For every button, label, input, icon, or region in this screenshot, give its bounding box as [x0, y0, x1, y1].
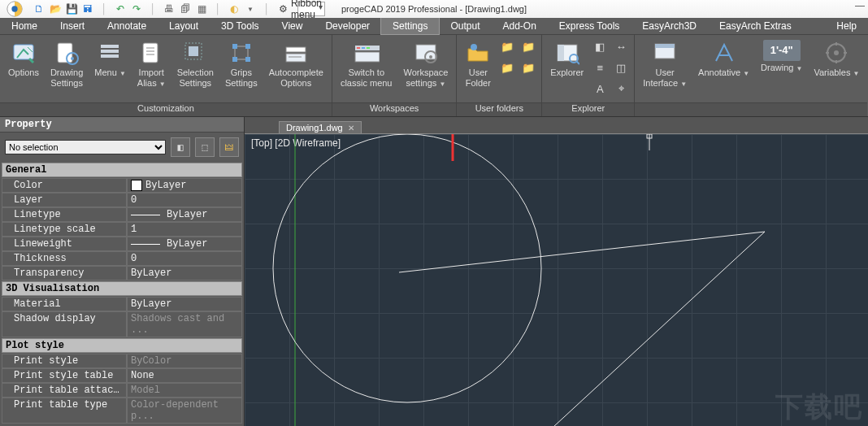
- prop-section[interactable]: Plot style: [2, 338, 242, 353]
- prop-value[interactable]: 0: [127, 251, 242, 266]
- menu-developer[interactable]: Developer: [314, 18, 381, 34]
- prop-row[interactable]: Shadow displayShadows cast and ...: [2, 311, 242, 337]
- prop-value[interactable]: Color-dependent p...: [127, 398, 242, 424]
- prop-value[interactable]: 0: [127, 193, 242, 207]
- prop-row[interactable]: Print style tableNone: [2, 368, 242, 383]
- menu-annotate[interactable]: Annotate: [96, 18, 158, 34]
- import-alias-button[interactable]: Import Alias ▼: [134, 38, 169, 89]
- small-folder-icon[interactable]: 📁: [499, 59, 515, 76]
- drawing-scale-button[interactable]: 1'-4"Drawing ▼: [757, 38, 805, 75]
- prop-value[interactable]: ByLayer: [127, 297, 242, 311]
- qat-preview-icon[interactable]: 🗐: [179, 2, 192, 15]
- menu-easyarchextras[interactable]: EasyArch Extras: [708, 18, 803, 34]
- prop-value[interactable]: ByLayer: [127, 266, 242, 280]
- small-ucs-icon[interactable]: ⌖: [613, 80, 629, 97]
- document-tab[interactable]: Drawing1.dwg✕: [279, 121, 362, 133]
- options-button[interactable]: Options: [5, 38, 42, 80]
- menu-settings[interactable]: Settings: [381, 18, 439, 34]
- prop-row[interactable]: Linetype scale1: [2, 222, 242, 237]
- drawing-settings-button[interactable]: Drawing Settings: [47, 38, 86, 89]
- filter-icon[interactable]: 🜲: [219, 137, 239, 157]
- prop-key: Print style: [2, 354, 127, 368]
- user-interface-button[interactable]: User Interface ▼: [640, 38, 690, 89]
- qat-undo-icon[interactable]: ↶: [114, 2, 127, 15]
- qat-redo-icon[interactable]: ↷: [130, 2, 143, 15]
- small-textstyle-icon[interactable]: A: [592, 80, 608, 97]
- prop-row[interactable]: Print table attac…Model: [2, 383, 242, 398]
- menu-home[interactable]: Home: [0, 18, 49, 34]
- menu-view[interactable]: View: [271, 18, 315, 34]
- prop-row[interactable]: LinetypeByLayer: [2, 207, 242, 222]
- selection-dropdown[interactable]: No selection: [5, 140, 166, 154]
- prop-value[interactable]: None: [127, 368, 242, 383]
- menu-layout[interactable]: Layout: [158, 18, 210, 34]
- small-folder-icon[interactable]: 📁: [520, 59, 536, 76]
- menu-bar: Home Insert Annotate Layout 3D Tools Vie…: [0, 18, 868, 35]
- quickselect-icon[interactable]: ◧: [171, 137, 190, 157]
- svg-point-31: [471, 44, 477, 50]
- menu-output[interactable]: Output: [439, 18, 491, 34]
- autocomplete-options-button[interactable]: Autocomplete Options: [266, 38, 327, 89]
- menu-insert[interactable]: Insert: [49, 18, 96, 34]
- pickobj-icon[interactable]: ⬚: [195, 137, 215, 157]
- grips-settings-label: Grips Settings: [225, 67, 258, 88]
- prop-value[interactable]: Model: [127, 383, 242, 398]
- selection-settings-button[interactable]: Selection Settings: [174, 38, 217, 89]
- menu-expresstools[interactable]: Express Tools: [548, 18, 631, 34]
- qat-open-icon[interactable]: 📂: [49, 2, 62, 15]
- prop-row[interactable]: Layer0: [2, 193, 242, 207]
- selection-settings-icon: [182, 40, 208, 66]
- grips-settings-button[interactable]: Grips Settings: [222, 38, 261, 89]
- prop-row[interactable]: TransparencyByLayer: [2, 266, 242, 280]
- property-grid: GeneralColorByLayerLayer0LinetypeByLayer…: [0, 162, 244, 424]
- menu-help[interactable]: Help: [825, 18, 868, 34]
- small-folder-icon[interactable]: 📁: [520, 38, 536, 54]
- qat-saveall-icon[interactable]: 🖬: [81, 2, 94, 15]
- prop-value[interactable]: ByColor: [127, 354, 242, 368]
- qat-save-icon[interactable]: 💾: [65, 2, 78, 15]
- qat-new-icon[interactable]: 🗋: [33, 2, 46, 15]
- prop-row[interactable]: ColorByLayer: [2, 178, 242, 193]
- svg-rect-21: [286, 54, 306, 62]
- menu-3dtools[interactable]: 3D Tools: [210, 18, 270, 34]
- prop-value[interactable]: 1: [127, 222, 242, 237]
- prop-key: Layer: [2, 193, 127, 207]
- prop-row[interactable]: Thickness0: [2, 251, 242, 266]
- close-icon[interactable]: ✕: [348, 124, 354, 133]
- switch-classic-button[interactable]: Switch to classic menu: [337, 38, 396, 89]
- qat-sheet-icon[interactable]: ▦: [195, 2, 208, 15]
- workspace-settings-button[interactable]: Workspace settings ▼: [400, 38, 451, 89]
- qat-prog-icon[interactable]: ◐: [228, 2, 241, 15]
- drawing-canvas[interactable]: /* grid drawn by simple loop below */ [T…: [245, 133, 868, 426]
- prop-row[interactable]: LineweightByLayer: [2, 237, 242, 251]
- prop-row[interactable]: Print table typeColor-dependent p...: [2, 398, 242, 424]
- prop-section[interactable]: General: [2, 163, 242, 177]
- small-block-icon[interactable]: ◫: [613, 59, 629, 76]
- explorer-icon: [554, 40, 580, 66]
- menu-easyarch3d[interactable]: EasyArch3D: [631, 18, 708, 34]
- prop-row[interactable]: MaterialByLayer: [2, 297, 242, 311]
- qat-print-icon[interactable]: 🖶: [163, 2, 176, 15]
- prop-row[interactable]: Print styleByColor: [2, 354, 242, 368]
- prop-value[interactable]: ByLayer: [127, 237, 242, 251]
- variables-button[interactable]: Variables ▼: [810, 38, 862, 80]
- user-folder-button[interactable]: User Folder: [462, 38, 494, 89]
- ribbon-mode-select[interactable]: Ribbon menu: [297, 2, 325, 16]
- svg-rect-9: [143, 43, 158, 63]
- qat-dropdown-icon[interactable]: ▼: [244, 2, 257, 15]
- qat-sep3: │: [211, 2, 224, 15]
- prop-section[interactable]: 3D Visualisation: [2, 281, 242, 296]
- menu-button[interactable]: Menu ▼: [91, 38, 129, 80]
- explorer-button[interactable]: Explorer: [547, 38, 587, 80]
- small-linetype-icon[interactable]: ≡: [592, 59, 608, 76]
- annotative-button[interactable]: Annotative ▼: [695, 38, 753, 80]
- prop-value[interactable]: ByLayer: [127, 207, 242, 222]
- small-layer-icon[interactable]: ◧: [592, 38, 608, 54]
- menu-addon[interactable]: Add-On: [491, 18, 547, 34]
- minimize-button[interactable]: —: [855, 0, 865, 11]
- small-folder-icon[interactable]: 📁: [499, 38, 515, 54]
- prop-value[interactable]: Shadows cast and ...: [127, 311, 242, 337]
- prop-value[interactable]: ByLayer: [127, 178, 242, 193]
- options-label: Options: [8, 67, 39, 78]
- small-dimstyle-icon[interactable]: ↔: [613, 38, 629, 54]
